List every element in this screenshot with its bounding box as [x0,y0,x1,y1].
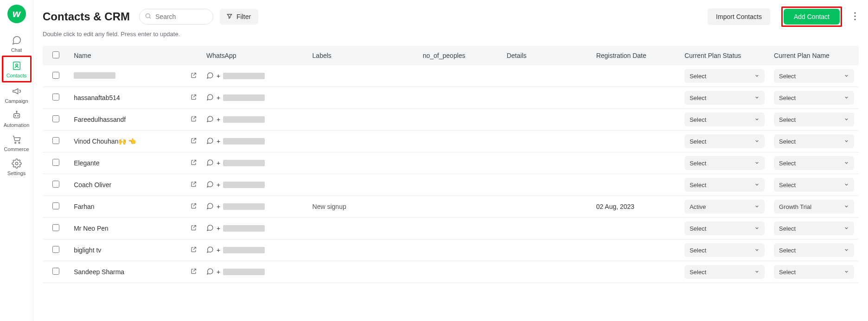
plan-status-select[interactable]: Active [684,200,765,214]
filter-button[interactable]: Filter [220,9,258,25]
row-checkbox[interactable] [52,159,59,166]
open-contact-icon[interactable] [190,159,197,167]
labels-cell[interactable] [308,218,418,239]
whatsapp-cell[interactable]: + [206,159,303,168]
registration-date-cell[interactable] [592,152,680,174]
contact-name[interactable]: biglight tv [74,246,186,254]
plan-status-select[interactable]: Select [684,91,765,105]
plan-status-select[interactable]: Select [684,265,765,279]
plan-status-select[interactable]: Select [684,156,765,170]
contact-name[interactable]: Sandeep Sharma [74,268,186,276]
app-logo[interactable]: w [7,5,26,23]
col-planstatus[interactable]: Current Plan Status [680,46,769,65]
sidebar-item-chat[interactable]: Chat [2,31,32,56]
open-contact-icon[interactable] [190,268,197,276]
contact-name[interactable]: Fareedulhassandf [74,116,186,123]
details-cell[interactable] [502,239,592,261]
labels-cell[interactable]: New signup [308,196,418,218]
no-of-peoples-cell[interactable] [418,196,502,218]
row-checkbox[interactable] [52,224,59,231]
no-of-peoples-cell[interactable] [418,261,502,283]
details-cell[interactable] [502,87,592,109]
row-checkbox[interactable] [52,202,59,209]
plan-name-select[interactable]: Growth Trial [774,200,854,214]
plan-name-select[interactable]: Select [774,113,854,126]
row-checkbox[interactable] [52,181,59,188]
whatsapp-cell[interactable]: + [206,246,303,255]
details-cell[interactable] [502,109,592,131]
contact-name[interactable]: Farhan [74,203,186,210]
details-cell[interactable] [502,196,592,218]
labels-cell[interactable] [308,152,418,174]
add-contact-button[interactable]: Add Contact [784,9,840,25]
sidebar-item-commerce[interactable]: Commerce [2,131,32,155]
sidebar-item-contacts[interactable]: Contacts [2,56,32,82]
plan-status-select[interactable]: Select [684,221,765,235]
open-contact-icon[interactable] [190,181,197,189]
open-contact-icon[interactable] [190,224,197,233]
details-cell[interactable] [502,65,592,87]
labels-cell[interactable] [308,109,418,131]
col-planname[interactable]: Current Plan Name [769,46,859,65]
contact-name[interactable]: Mr Neo Pen [74,225,186,232]
plan-status-select[interactable]: Select [684,178,765,192]
row-checkbox[interactable] [52,268,59,275]
col-labels[interactable]: Labels [308,46,418,65]
plan-name-select[interactable]: Select [774,91,854,105]
whatsapp-cell[interactable]: + [206,94,303,102]
open-contact-icon[interactable] [190,115,197,124]
col-whatsapp[interactable]: WhatsApp [202,46,308,65]
contact-name[interactable]: Coach Oliver [74,181,186,189]
registration-date-cell[interactable] [592,131,680,152]
whatsapp-cell[interactable]: + [206,202,303,211]
whatsapp-cell[interactable]: + [206,224,303,233]
row-checkbox[interactable] [52,72,59,79]
whatsapp-cell[interactable]: + [206,268,303,277]
col-details[interactable]: Details [502,46,592,65]
labels-cell[interactable] [308,87,418,109]
row-checkbox[interactable] [52,115,59,122]
sidebar-item-campaign[interactable]: Campaign [2,82,32,107]
open-contact-icon[interactable] [190,72,197,80]
open-contact-icon[interactable] [190,137,197,145]
details-cell[interactable] [502,152,592,174]
no-of-peoples-cell[interactable] [418,87,502,109]
contact-name[interactable] [74,72,186,80]
contact-name[interactable]: hassanaftab514 [74,94,186,101]
registration-date-cell[interactable] [592,174,680,196]
labels-cell[interactable] [308,261,418,283]
open-contact-icon[interactable] [190,202,197,211]
details-cell[interactable] [502,174,592,196]
whatsapp-cell[interactable]: + [206,72,303,81]
plan-status-select[interactable]: Select [684,69,765,83]
row-checkbox[interactable] [52,246,59,253]
import-contacts-button[interactable]: Import Contacts [708,8,770,25]
no-of-peoples-cell[interactable] [418,131,502,152]
no-of-peoples-cell[interactable] [418,174,502,196]
details-cell[interactable] [502,218,592,239]
whatsapp-cell[interactable]: + [206,115,303,124]
registration-date-cell[interactable]: 02 Aug, 2023 [592,196,680,218]
labels-cell[interactable] [308,131,418,152]
no-of-peoples-cell[interactable] [418,109,502,131]
select-all-checkbox[interactable] [52,51,59,58]
more-menu-button[interactable] [851,12,859,22]
plan-name-select[interactable]: Select [774,134,854,148]
no-of-peoples-cell[interactable] [418,65,502,87]
labels-cell[interactable] [308,174,418,196]
sidebar-item-settings[interactable]: Settings [2,155,32,179]
sidebar-item-automation[interactable]: Automation [2,107,32,131]
plan-name-select[interactable]: Select [774,221,854,235]
no-of-peoples-cell[interactable] [418,239,502,261]
plan-status-select[interactable]: Select [684,134,765,148]
col-name[interactable]: Name [69,46,202,65]
details-cell[interactable] [502,131,592,152]
plan-status-select[interactable]: Select [684,243,765,257]
registration-date-cell[interactable] [592,65,680,87]
whatsapp-cell[interactable]: + [206,137,303,146]
col-noofpeoples[interactable]: no_of_peoples [418,46,502,65]
no-of-peoples-cell[interactable] [418,152,502,174]
plan-name-select[interactable]: Select [774,69,854,83]
details-cell[interactable] [502,261,592,283]
labels-cell[interactable] [308,65,418,87]
